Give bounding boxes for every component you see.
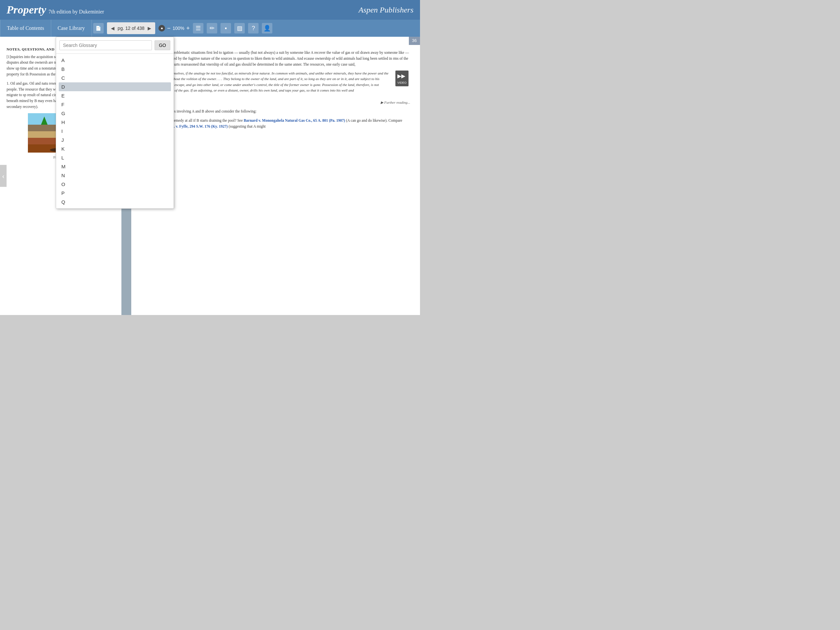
glossary-letter-b[interactable]: B <box>62 65 168 74</box>
app-header: Property 7th edition by Dukeminier Aspen… <box>0 0 420 20</box>
zoom-in-button[interactable]: + <box>186 25 190 32</box>
glossary-letter-e[interactable]: E <box>62 91 168 100</box>
glossary-letter-q[interactable]: Q <box>62 197 168 206</box>
tab-case-library[interactable]: Case Library <box>51 20 92 37</box>
page-info: pg. 12 of 438 <box>118 25 145 31</box>
glossary-letter-i[interactable]: I <box>62 127 168 136</box>
video-play-icon: ▶▶ <box>397 73 405 79</box>
toolbar-icons: ☰ ✏ ▪ ▨ ? 👤 <box>193 23 272 33</box>
zoom-out-button[interactable]: − <box>167 25 171 32</box>
further-reading-link[interactable]: ▶ Further reading... <box>141 100 410 106</box>
glossary-letter-n[interactable]: N <box>62 171 168 180</box>
citation-1-link[interactable]: Barnard v. Monongahela Natural Gas Co., … <box>244 118 345 122</box>
glossary-letter-f[interactable]: F <box>62 100 168 109</box>
page-next-button[interactable]: ▶ <box>146 25 153 32</box>
glossary-letter-h[interactable]: H <box>62 118 168 127</box>
export-button[interactable]: ▨ <box>234 23 245 33</box>
glossary-letter-d[interactable]: D <box>59 82 171 91</box>
user-button[interactable]: 👤 <box>262 23 272 33</box>
right-paragraph-3: (a) Does A have any remedy at all if B s… <box>141 118 410 129</box>
glossary-dropdown: GO ABCDEFGHIJKLMNOPQ <box>56 37 174 209</box>
glossary-letter-m[interactable]: M <box>62 162 168 171</box>
publisher-name: Aspen Publishers <box>358 6 414 14</box>
video-label: VIDEO <box>397 81 407 85</box>
glossary-letter-l[interactable]: L <box>62 153 168 162</box>
glossary-letter-list: ABCDEFGHIJKLMNOPQ <box>56 54 174 208</box>
assessment-link[interactable]: ✔ Assessment 1 <box>141 133 410 140</box>
main-content: ‹ NOTES, QUESTIONS, AND CAPTURE AND OTHE… <box>0 37 420 315</box>
glossary-letter-a[interactable]: A <box>62 56 168 65</box>
toolbar: Table of Contents Case Library 📄 ◀ pg. 1… <box>0 20 420 37</box>
glossary-go-button[interactable]: GO <box>155 40 170 50</box>
right-page-panel: 36 hen these obviously problematic situa… <box>131 37 420 315</box>
help-button[interactable]: ? <box>248 23 259 33</box>
zoom-level: 100% <box>172 25 185 31</box>
glossary-letter-c[interactable]: C <box>62 74 168 82</box>
list-view-button[interactable]: ☰ <box>193 23 204 33</box>
right-paragraph-1: hen these obviously problematic situatio… <box>141 50 410 67</box>
glossary-letter-o[interactable]: O <box>62 180 168 189</box>
page-icon-btn[interactable]: 📄 <box>93 23 104 33</box>
page-number-badge: 36 <box>409 37 420 45</box>
zoom-controls: − 100% + <box>167 25 189 32</box>
glossary-letter-g[interactable]: G <box>62 109 168 118</box>
tab-table-of-contents[interactable]: Table of Contents <box>0 20 51 37</box>
edit-button[interactable]: ✏ <box>207 23 217 33</box>
glossary-letter-k[interactable]: K <box>62 144 168 153</box>
glossary-letter-j[interactable]: J <box>62 136 168 144</box>
glossary-search-input[interactable] <box>59 40 152 50</box>
page-left-arrow[interactable]: ‹ <box>0 165 6 187</box>
page-controls: ◀ pg. 12 of 438 ▶ <box>107 22 156 34</box>
right-paragraph-2: b back to the examples involving A and B… <box>141 109 410 115</box>
fullscreen-button[interactable]: ▪ <box>221 23 231 33</box>
block-quote: may be classed by themselves, if the ana… <box>141 71 390 93</box>
page-prev-button[interactable]: ◀ <box>110 25 116 32</box>
video-badge-container[interactable]: ▶▶ VIDEO <box>394 71 410 86</box>
glossary-letter-p[interactable]: P <box>62 189 168 197</box>
nav-tabs: Table of Contents Case Library <box>0 20 92 37</box>
header-title: Property 7th edition by Dukeminier <box>6 4 104 16</box>
circle-menu-button[interactable]: ● <box>158 25 165 32</box>
glossary-search-row: GO <box>56 37 174 54</box>
